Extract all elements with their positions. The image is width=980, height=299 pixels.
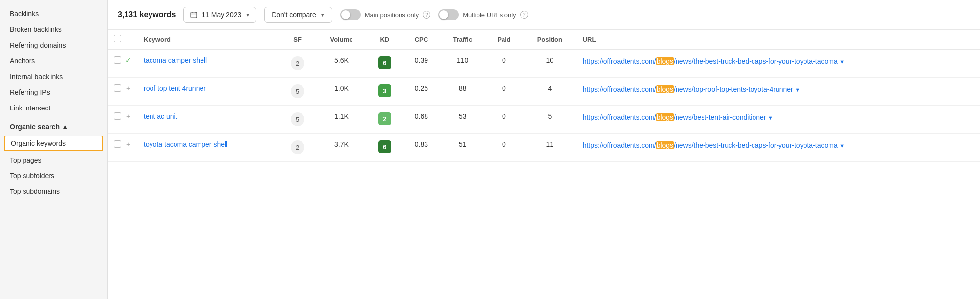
- select-all-checkbox[interactable]: [114, 35, 121, 42]
- sidebar-item-anchors[interactable]: Anchors: [0, 53, 107, 69]
- keyword-cell: toyota tacoma camper shell: [138, 134, 278, 162]
- url-dropdown-icon[interactable]: ▼: [839, 59, 845, 65]
- sidebar-item-backlinks[interactable]: Backlinks: [0, 6, 107, 22]
- multiple-urls-toggle[interactable]: [438, 9, 459, 20]
- url-text: https://offroadtents.com/blogs/news/the-…: [583, 142, 845, 149]
- url-highlight: blogs: [656, 57, 674, 65]
- kd-cell: 3: [367, 78, 403, 106]
- multiple-urls-label: Multiple URLs only: [463, 11, 516, 19]
- keyword-link[interactable]: roof top tent 4runner: [144, 84, 206, 92]
- keywords-table: Keyword SF Volume KD CPC Traffic Paid Po…: [108, 30, 980, 162]
- col-header-sf: SF: [278, 30, 316, 49]
- position-cell: 4: [523, 78, 577, 106]
- kd-badge: 3: [378, 84, 391, 97]
- plus-icon: +: [125, 140, 132, 148]
- svg-rect-0: [191, 12, 197, 18]
- multiple-urls-help-icon[interactable]: ?: [520, 11, 528, 19]
- sidebar-item-top-pages[interactable]: Top pages: [0, 152, 107, 168]
- url-dropdown-icon[interactable]: ▼: [839, 143, 845, 149]
- sf-badge: 2: [291, 140, 304, 154]
- keyword-link[interactable]: toyota tacoma camper shell: [144, 140, 227, 148]
- url-cell: https://offroadtents.com/blogs/news/top-…: [577, 78, 980, 106]
- sidebar: BacklinksBroken backlinksReferring domai…: [0, 0, 108, 299]
- main-positions-help-icon[interactable]: ?: [423, 11, 430, 19]
- url-cell: https://offroadtents.com/blogs/news/the-…: [577, 134, 980, 162]
- sidebar-item-broken-backlinks[interactable]: Broken backlinks: [0, 22, 107, 37]
- url-link[interactable]: https://offroadtents.com/blogs/news/the-…: [583, 141, 838, 149]
- traffic-cell: 53: [440, 106, 485, 134]
- row-checkbox-cell: ✓: [108, 49, 138, 78]
- keyword-cell: tent ac unit: [138, 106, 278, 134]
- url-cell: https://offroadtents.com/blogs/news/the-…: [577, 49, 980, 78]
- sidebar-item-organic-keywords[interactable]: Organic keywords: [4, 136, 103, 151]
- col-header-volume: Volume: [316, 30, 367, 49]
- position-cell: 5: [523, 106, 577, 134]
- cpc-cell: 0.39: [403, 49, 440, 78]
- url-link[interactable]: https://offroadtents.com/blogs/news/top-…: [583, 85, 793, 93]
- sidebar-item-top-subfolders[interactable]: Top subfolders: [0, 168, 107, 184]
- row-checkbox[interactable]: [114, 56, 121, 64]
- paid-cell: 0: [485, 49, 523, 78]
- multiple-urls-toggle-group: Multiple URLs only ?: [438, 9, 528, 20]
- cpc-cell: 0.25: [403, 78, 440, 106]
- sidebar-item-referring-ips[interactable]: Referring IPs: [0, 84, 107, 100]
- url-text: https://offroadtents.com/blogs/news/best…: [583, 114, 773, 121]
- url-link[interactable]: https://offroadtents.com/blogs/news/best…: [583, 113, 766, 121]
- main-content: 3,131 keywords 11 May 2023 ▼ Don't compa…: [108, 0, 980, 299]
- col-header-kd: KD: [367, 30, 403, 49]
- table-row: + toyota tacoma camper shell 2 3.7K 6 0.…: [108, 134, 980, 162]
- sidebar-item-top-subdomains[interactable]: Top subdomains: [0, 184, 107, 199]
- url-text: https://offroadtents.com/blogs/news/the-…: [583, 58, 845, 65]
- col-header-url: URL: [577, 30, 980, 49]
- keyword-link[interactable]: tacoma camper shell: [144, 56, 207, 64]
- table-header: Keyword SF Volume KD CPC Traffic Paid Po…: [108, 30, 980, 49]
- sidebar-item-link-intersect[interactable]: Link intersect: [0, 100, 107, 116]
- position-cell: 10: [523, 49, 577, 78]
- sf-cell: 2: [278, 134, 316, 162]
- keyword-link[interactable]: tent ac unit: [144, 112, 177, 120]
- url-dropdown-icon[interactable]: ▼: [795, 87, 800, 93]
- url-link[interactable]: https://offroadtents.com/blogs/news/the-…: [583, 57, 838, 65]
- keyword-cell: roof top tent 4runner: [138, 78, 278, 106]
- volume-cell: 3.7K: [316, 134, 367, 162]
- sf-cell: 2: [278, 49, 316, 78]
- date-picker-button[interactable]: 11 May 2023 ▼: [183, 7, 256, 23]
- volume-cell: 5.6K: [316, 49, 367, 78]
- volume-cell: 1.1K: [316, 106, 367, 134]
- calendar-icon: [190, 11, 198, 19]
- main-positions-toggle[interactable]: [340, 9, 361, 20]
- table-row: ✓ tacoma camper shell 2 5.6K 6 0.39 110 …: [108, 49, 980, 78]
- url-highlight: blogs: [656, 113, 674, 121]
- main-positions-label: Main positions only: [365, 11, 419, 19]
- col-header-traffic: Traffic: [440, 30, 485, 49]
- url-highlight: blogs: [656, 141, 674, 149]
- date-label: 11 May 2023: [201, 11, 241, 19]
- kd-cell: 6: [367, 49, 403, 78]
- sf-badge: 5: [291, 84, 304, 98]
- compare-label: Don't compare: [272, 11, 316, 19]
- paid-cell: 0: [485, 78, 523, 106]
- toolbar: 3,131 keywords 11 May 2023 ▼ Don't compa…: [108, 0, 980, 30]
- plus-icon: +: [125, 84, 132, 92]
- row-checkbox-cell: +: [108, 106, 138, 134]
- main-positions-toggle-group: Main positions only ?: [340, 9, 431, 20]
- check-icon: ✓: [125, 56, 132, 64]
- traffic-cell: 88: [440, 78, 485, 106]
- col-header-paid: Paid: [485, 30, 523, 49]
- url-text: https://offroadtents.com/blogs/news/top-…: [583, 86, 801, 93]
- kd-badge: 6: [378, 140, 391, 153]
- cpc-cell: 0.68: [403, 106, 440, 134]
- compare-dropdown-button[interactable]: Don't compare ▼: [264, 7, 332, 23]
- sidebar-item-internal-backlinks[interactable]: Internal backlinks: [0, 69, 107, 84]
- row-checkbox-cell: +: [108, 134, 138, 162]
- url-dropdown-icon[interactable]: ▼: [768, 115, 773, 121]
- col-header-keyword: Keyword: [138, 30, 278, 49]
- sidebar-item-referring-domains[interactable]: Referring domains: [0, 37, 107, 53]
- row-checkbox[interactable]: [114, 112, 121, 120]
- kd-badge: 6: [378, 56, 391, 69]
- row-checkbox[interactable]: [114, 84, 121, 92]
- traffic-cell: 51: [440, 134, 485, 162]
- table-body: ✓ tacoma camper shell 2 5.6K 6 0.39 110 …: [108, 49, 980, 162]
- row-checkbox[interactable]: [114, 140, 121, 148]
- plus-icon: +: [125, 112, 132, 120]
